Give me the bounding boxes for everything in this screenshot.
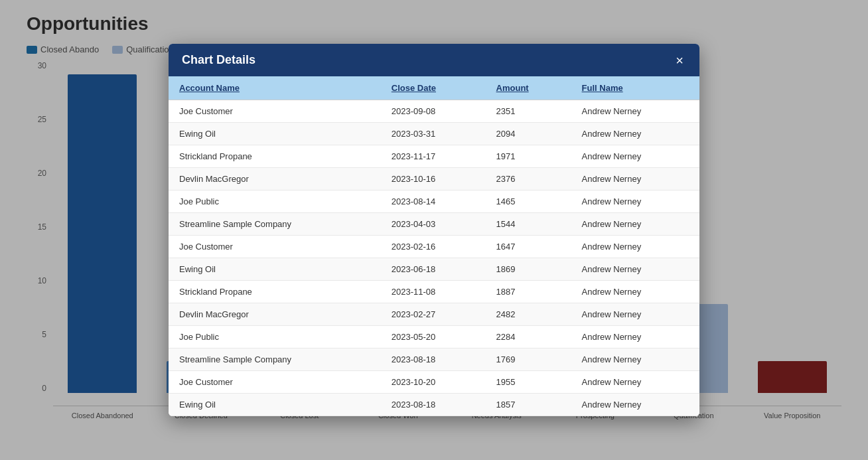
table-row: Ewing Oil2023-06-181869Andrew Nerney <box>169 258 699 281</box>
table-cell: Andrew Nerney <box>571 371 699 394</box>
table-cell: 2482 <box>486 303 571 326</box>
table-cell: 2023-11-08 <box>381 281 486 303</box>
table-cell: Strickland Propane <box>169 281 381 303</box>
table-cell: 2023-02-27 <box>381 303 486 326</box>
modal-header: Chart Details × <box>169 44 699 76</box>
table-row: Joe Customer2023-02-161647Andrew Nerney <box>169 236 699 258</box>
table-cell: 2284 <box>486 326 571 348</box>
table-row: Streamline Sample Company2023-04-031544A… <box>169 213 699 236</box>
table-cell: Ewing Oil <box>169 394 381 416</box>
table-cell: Joe Public <box>169 191 381 213</box>
table-cell: 2023-03-31 <box>381 123 486 145</box>
table-row: Ewing Oil2023-03-312094Andrew Nerney <box>169 123 699 145</box>
table-cell: Streamline Sample Company <box>169 348 381 371</box>
table-cell: Andrew Nerney <box>571 123 699 145</box>
table-cell: 2023-02-16 <box>381 236 486 258</box>
modal-overlay: Chart Details × Account Name Close Date … <box>0 0 868 460</box>
header-row: Account Name Close Date Amount Full Name <box>169 76 699 100</box>
table-cell: Andrew Nerney <box>571 168 699 191</box>
table-cell: 2023-04-03 <box>381 213 486 236</box>
table-cell: 2023-08-18 <box>381 348 486 371</box>
table-cell: 1971 <box>486 145 571 168</box>
table-cell: Andrew Nerney <box>571 348 699 371</box>
table-row: Devlin MacGregor2023-10-162376Andrew Ner… <box>169 168 699 191</box>
table-cell: Ewing Oil <box>169 258 381 281</box>
table-cell: Strickland Propane <box>169 145 381 168</box>
table-cell: Andrew Nerney <box>571 145 699 168</box>
table-header: Account Name Close Date Amount Full Name <box>169 76 699 100</box>
table-cell: 2023-08-14 <box>381 191 486 213</box>
col-amount[interactable]: Amount <box>486 76 571 100</box>
table-cell: Andrew Nerney <box>571 394 699 416</box>
table-cell: Joe Customer <box>169 371 381 394</box>
table-row: Devlin MacGregor2023-02-272482Andrew Ner… <box>169 303 699 326</box>
table-cell: Streamline Sample Company <box>169 213 381 236</box>
table-cell: Andrew Nerney <box>571 326 699 348</box>
table-cell: Devlin MacGregor <box>169 303 381 326</box>
table-cell: 2023-08-18 <box>381 394 486 416</box>
table-cell: Devlin MacGregor <box>169 168 381 191</box>
table-cell: 1887 <box>486 281 571 303</box>
table-body: Joe Customer2023-09-082351Andrew NerneyE… <box>169 100 699 416</box>
table-cell: Andrew Nerney <box>571 258 699 281</box>
table-cell: Joe Customer <box>169 236 381 258</box>
table-cell: Ewing Oil <box>169 123 381 145</box>
chart-details-table: Account Name Close Date Amount Full Name… <box>169 76 699 416</box>
modal-body[interactable]: Account Name Close Date Amount Full Name… <box>169 76 699 416</box>
table-cell: 2023-05-20 <box>381 326 486 348</box>
table-cell: Andrew Nerney <box>571 236 699 258</box>
modal-close-button[interactable]: × <box>673 54 686 67</box>
table-row: Streamline Sample Company2023-08-181769A… <box>169 348 699 371</box>
table-cell: 2094 <box>486 123 571 145</box>
table-cell: 2023-10-16 <box>381 168 486 191</box>
table-cell: Andrew Nerney <box>571 281 699 303</box>
modal-title: Chart Details <box>182 53 255 67</box>
table-cell: Andrew Nerney <box>571 303 699 326</box>
table-cell: 2023-11-17 <box>381 145 486 168</box>
col-account-name[interactable]: Account Name <box>169 76 381 100</box>
table-cell: 2376 <box>486 168 571 191</box>
table-cell: 2351 <box>486 100 571 123</box>
table-cell: 1465 <box>486 191 571 213</box>
table-cell: 1869 <box>486 258 571 281</box>
table-cell: 1544 <box>486 213 571 236</box>
table-cell: Andrew Nerney <box>571 191 699 213</box>
table-cell: Andrew Nerney <box>571 100 699 123</box>
table-cell: 1647 <box>486 236 571 258</box>
table-row: Joe Public2023-08-141465Andrew Nerney <box>169 191 699 213</box>
table-cell: Andrew Nerney <box>571 213 699 236</box>
col-close-date[interactable]: Close Date <box>381 76 486 100</box>
table-cell: 1857 <box>486 394 571 416</box>
table-row: Joe Public2023-05-202284Andrew Nerney <box>169 326 699 348</box>
table-cell: 2023-09-08 <box>381 100 486 123</box>
table-row: Joe Customer2023-09-082351Andrew Nerney <box>169 100 699 123</box>
table-cell: 2023-10-20 <box>381 371 486 394</box>
table-row: Strickland Propane2023-11-081887Andrew N… <box>169 281 699 303</box>
table-row: Joe Customer2023-10-201955Andrew Nerney <box>169 371 699 394</box>
table-cell: Joe Customer <box>169 100 381 123</box>
table-row: Ewing Oil2023-08-181857Andrew Nerney <box>169 394 699 416</box>
col-full-name[interactable]: Full Name <box>571 76 699 100</box>
table-row: Strickland Propane2023-11-171971Andrew N… <box>169 145 699 168</box>
table-cell: 2023-06-18 <box>381 258 486 281</box>
table-cell: Joe Public <box>169 326 381 348</box>
chart-details-modal: Chart Details × Account Name Close Date … <box>169 44 699 416</box>
table-cell: 1955 <box>486 371 571 394</box>
table-cell: 1769 <box>486 348 571 371</box>
